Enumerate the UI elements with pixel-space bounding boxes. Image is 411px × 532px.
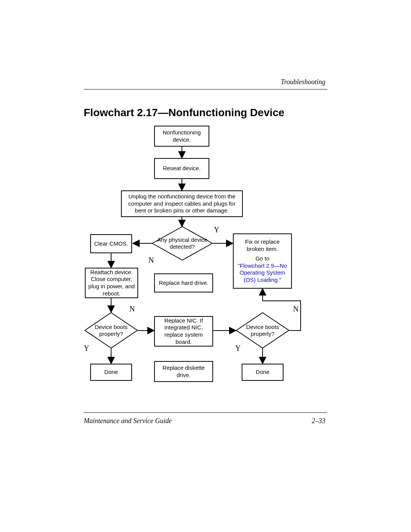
text-goto: Go to "Flowchart 2.9—No Operating System… — [236, 255, 289, 284]
label-y-d3: Y — [235, 344, 241, 353]
text-fix: Fix or replace broken item. — [236, 238, 289, 253]
text: Clear CMOS. — [94, 240, 128, 248]
label-y-d2: Y — [84, 344, 89, 353]
node-done-right: Done — [242, 364, 284, 381]
text: Nonfunctioning device. — [157, 129, 206, 144]
decision-device-boots-right: Device boots properly? — [236, 312, 289, 348]
node-fix-replace-goto: Fix or replace broken item. Go to "Flowc… — [233, 233, 292, 289]
footer-left: Maintenance and Service Guide — [84, 417, 172, 425]
text: Device boots properly? — [84, 324, 138, 337]
text: Unplug the nonfunctioning device from th… — [124, 193, 240, 214]
node-replace-nic: Replace NIC. If integrated NIC, replace … — [154, 316, 213, 347]
node-replace-hdd: Replace hard drive. — [154, 273, 213, 292]
node-clear-cmos: Clear CMOS. — [90, 234, 132, 253]
text: Done — [104, 369, 118, 376]
decision-device-boots-left: Device boots properly? — [84, 312, 138, 348]
label-n-d1: N — [148, 256, 154, 265]
text: Device boots properly? — [236, 324, 289, 337]
label-n-d3: N — [293, 305, 298, 313]
text: Reattach device. Close computer, plug in… — [88, 269, 135, 297]
node-unplug-inspect: Unplug the nonfunctioning device from th… — [121, 190, 243, 217]
node-reattach: Reattach device. Close computer, plug in… — [85, 268, 138, 298]
node-replace-diskette: Replace diskette drive. — [154, 361, 213, 382]
text: Reseat device. — [163, 165, 201, 172]
header-rule — [84, 89, 327, 89]
label-n-d2: N — [129, 305, 135, 313]
page-title: Flowchart 2.17—Nonfunctioning Device — [84, 107, 284, 119]
node-done-left: Done — [90, 364, 132, 381]
page: Troubleshooting Flowchart 2.17—Nonfuncti… — [0, 0, 411, 532]
decision-physical-detected: Any physical device detected? — [152, 226, 213, 260]
section-header: Troubleshooting — [281, 78, 325, 86]
link-flowchart-2-9[interactable]: "Flowchart 2.9—No Operating System (OS) … — [238, 262, 287, 283]
text: Done — [256, 369, 269, 376]
footer-rule — [84, 412, 327, 413]
label-y-d1: Y — [214, 225, 219, 234]
text: Any physical device detected? — [152, 236, 213, 250]
footer-right: 2–33 — [312, 417, 325, 425]
text: Replace diskette drive. — [157, 364, 210, 379]
text: Replace NIC. If integrated NIC, replace … — [157, 317, 210, 346]
text: Replace hard drive. — [159, 280, 208, 287]
node-nonfunctioning-device: Nonfunctioning device. — [154, 126, 209, 147]
flowchart-arrows — [0, 0, 411, 532]
node-reseat-device: Reseat device. — [154, 158, 209, 179]
